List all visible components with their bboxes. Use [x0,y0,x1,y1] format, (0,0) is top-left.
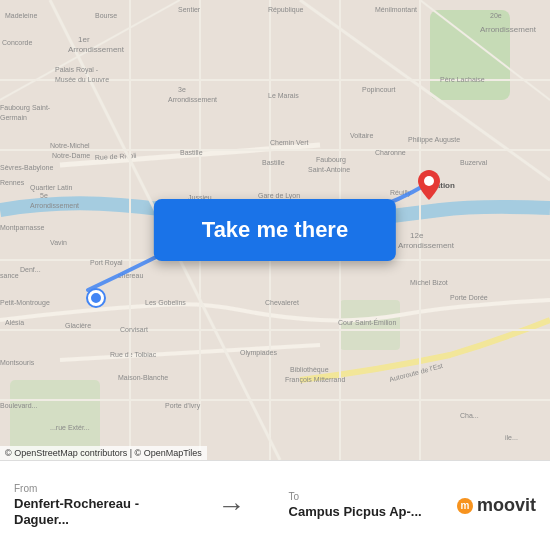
destination-name: Campus Picpus Ap-... [289,504,422,520]
svg-text:Rennes: Rennes [0,179,25,186]
svg-text:Sentier: Sentier [178,6,201,13]
svg-text:Germain: Germain [0,114,27,121]
svg-text:Rue de Tolbiac: Rue de Tolbiac [110,351,157,358]
svg-text:Cour Saint-Émilion: Cour Saint-Émilion [338,318,396,326]
svg-text:Arrondissement: Arrondissement [480,25,537,34]
svg-text:Notre-Michel: Notre-Michel [50,142,90,149]
svg-text:Le Marais: Le Marais [268,92,299,99]
svg-text:Philippe Auguste: Philippe Auguste [408,136,460,144]
svg-text:Les Gobelins: Les Gobelins [145,299,186,306]
svg-text:Musée du Louvre: Musée du Louvre [55,76,109,83]
svg-text:Boulevard...: Boulevard... [0,402,37,409]
svg-text:Popincourt: Popincourt [362,86,396,94]
bottom-bar: From Denfert-Rochereau - Daguer... → To … [0,460,550,550]
svg-text:Charonne: Charonne [375,149,406,156]
origin-label: From [14,483,174,494]
svg-text:Cha...: Cha... [460,412,479,419]
svg-text:Arrondissement: Arrondissement [398,241,455,250]
svg-text:Sèvres-Babylone: Sèvres-Babylone [0,164,53,172]
svg-text:Arrondissement: Arrondissement [68,45,125,54]
origin-marker [88,290,104,306]
svg-text:1er: 1er [78,35,90,44]
svg-text:République: République [268,6,304,14]
svg-text:Arrondissement: Arrondissement [30,202,79,209]
svg-text:3e: 3e [178,86,186,93]
map-container: La Seine Rue de Rivoli Autoroute de l'Es… [0,0,550,460]
svg-text:Concorde: Concorde [2,39,32,46]
moovit-wordmark: moovit [477,495,536,516]
map-attribution: © OpenStreetMap contributors | © OpenMap… [0,446,207,460]
svg-text:Buzerval: Buzerval [460,159,488,166]
origin-info: From Denfert-Rochereau - Daguer... [14,483,174,527]
svg-text:Arrondissement: Arrondissement [168,96,217,103]
svg-text:chereau: chereau [118,272,143,279]
svg-text:Ménilmontant: Ménilmontant [375,6,417,13]
svg-text:Faubourg Saint-: Faubourg Saint- [0,104,51,112]
svg-text:Chemin Vert: Chemin Vert [270,139,309,146]
destination-marker [418,170,438,198]
svg-text:Montsouris: Montsouris [0,359,35,366]
svg-text:Palais Royal -: Palais Royal - [55,66,99,74]
svg-text:12e: 12e [410,231,424,240]
svg-text:Quartier Latin: Quartier Latin [30,184,73,192]
svg-text:Denf...: Denf... [20,266,41,273]
svg-text:Olympiades: Olympiades [240,349,277,357]
svg-text:Réuilly: Réuilly [390,189,412,197]
take-me-there-button[interactable]: Take me there [154,199,396,261]
svg-text:Porte d'Ivry: Porte d'Ivry [165,402,201,410]
svg-text:20e: 20e [490,12,502,19]
moovit-icon-letter: m [461,500,470,511]
app: La Seine Rue de Rivoli Autoroute de l'Es… [0,0,550,550]
moovit-logo: m moovit [457,495,536,516]
origin-name: Denfert-Rochereau - Daguer... [14,496,174,527]
svg-point-91 [424,176,434,186]
svg-text:Notre-Dame: Notre-Dame [52,152,90,159]
svg-text:sance: sance [0,272,19,279]
route-arrow-icon: → [217,490,245,522]
svg-text:Faubourg: Faubourg [316,156,346,164]
svg-text:Port Royal: Port Royal [90,259,123,267]
svg-rect-1 [430,10,510,100]
svg-text:Alésia: Alésia [5,319,24,326]
svg-text:Porte Dorée: Porte Dorée [450,294,488,301]
svg-text:Bibliothèque: Bibliothèque [290,366,329,374]
svg-text:Bourse: Bourse [95,12,117,19]
destination-label: To [289,491,422,502]
svg-text:Bastille: Bastille [180,149,203,156]
moovit-icon: m [457,498,473,514]
svg-text:Michel Bizot: Michel Bizot [410,279,448,286]
svg-text:...rue Extér...: ...rue Extér... [50,424,90,431]
destination-info: To Campus Picpus Ap-... [289,491,422,520]
svg-text:ile...: ile... [505,434,518,441]
svg-text:Maison-Blanche: Maison-Blanche [118,374,168,381]
svg-text:Chevaleret: Chevaleret [265,299,299,306]
svg-text:Corvisart: Corvisart [120,326,148,333]
svg-text:Voltaire: Voltaire [350,132,373,139]
svg-text:Saint-Antoine: Saint-Antoine [308,166,350,173]
svg-text:François Mitterrand: François Mitterrand [285,376,345,384]
svg-text:Montparnasse: Montparnasse [0,224,44,232]
svg-text:Père Lachaise: Père Lachaise [440,76,485,83]
svg-text:Glacière: Glacière [65,322,91,329]
svg-text:Vavin: Vavin [50,239,67,246]
svg-text:Petit-Montrouge: Petit-Montrouge [0,299,50,307]
svg-text:Bastille: Bastille [262,159,285,166]
svg-text:Madeleine: Madeleine [5,12,37,19]
svg-text:5e: 5e [40,192,48,199]
